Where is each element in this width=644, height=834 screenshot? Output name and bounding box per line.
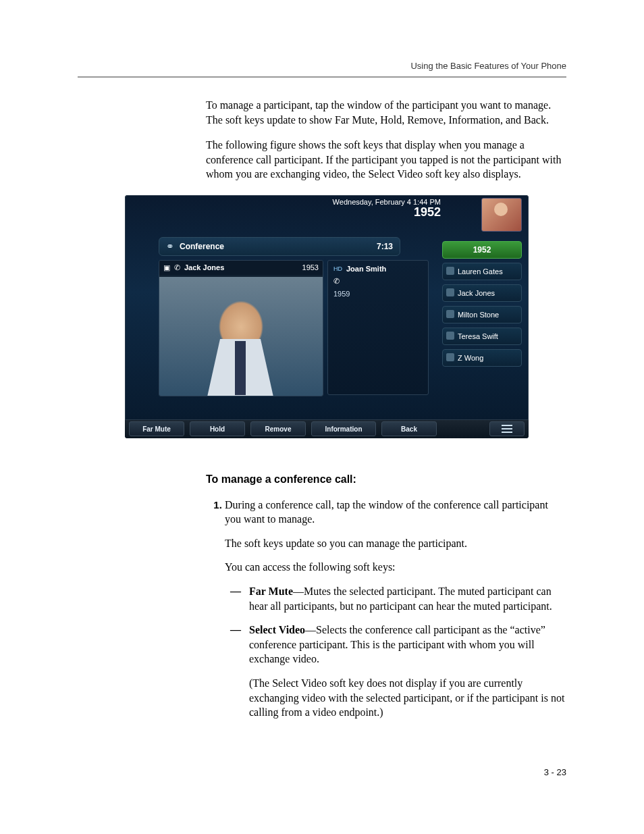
sidebar-contact[interactable]: Teresa Swift — [442, 328, 522, 345]
running-head: Using the Basic Features of Your Phone — [78, 61, 566, 71]
status-bar: Wednesday, February 4 1:44 PM 1952 — [333, 198, 441, 219]
sidebar-contact[interactable]: Jack Jones — [442, 284, 522, 302]
softkey-hold[interactable]: Hold — [190, 421, 245, 436]
status-extension: 1952 — [333, 206, 441, 219]
participant-secondary-panel[interactable]: HD Joan Smith ✆ 1959 — [327, 260, 429, 395]
phone-screenshot-figure: Wednesday, February 4 1:44 PM 1952 ⚭ Con… — [125, 195, 566, 438]
handset-icon: ✆ — [333, 277, 340, 286]
bullet-select-video: Select Video—Selects the conference call… — [230, 623, 566, 720]
participant-secondary-ext: 1959 — [333, 290, 423, 298]
page-number: 3 - 23 — [78, 767, 566, 777]
sidebar-contact[interactable]: Milton Stone — [442, 306, 522, 323]
phone-screen: Wednesday, February 4 1:44 PM 1952 ⚭ Con… — [125, 195, 529, 438]
hd-icon: HD — [333, 265, 342, 272]
bullet-select-video-note: (The Select Video soft key does not disp… — [249, 676, 566, 720]
participant-main-ext: 1953 — [302, 263, 319, 271]
participant-main-image — [159, 277, 323, 396]
participant-secondary-name: Joan Smith — [346, 265, 386, 273]
step-1-text-a: During a conference call, tap the window… — [225, 498, 566, 527]
softkey-remove[interactable]: Remove — [250, 421, 306, 436]
participant-main-video[interactable]: ▣ ✆ Jack Jones 1953 — [159, 260, 323, 396]
step-1-text-c: You can access the following soft keys: — [225, 560, 566, 575]
bullet-far-mute: Far Mute—Mutes the selected participant.… — [230, 584, 566, 613]
procedure-heading: To manage a conference call: — [206, 472, 566, 487]
softkey-back[interactable]: Back — [381, 421, 437, 436]
softkey-menu[interactable] — [489, 421, 525, 436]
sidebar-contact[interactable]: Lauren Gates — [442, 263, 522, 280]
softkey-bar: Far Mute Hold Remove Information Back — [125, 419, 529, 438]
bullet-far-mute-label: Far Mute — [249, 585, 293, 597]
handset-icon: ✆ — [174, 263, 180, 272]
softkey-far-mute[interactable]: Far Mute — [129, 421, 184, 436]
sidebar-active-line[interactable]: 1952 — [442, 241, 522, 259]
bullet-select-video-label: Select Video — [249, 624, 305, 635]
header-rule — [78, 76, 566, 78]
step-1-text-b: The soft keys update so you can manage t… — [225, 536, 566, 551]
softkey-information[interactable]: Information — [311, 421, 376, 436]
sidebar-contact[interactable]: Z Wong — [442, 349, 522, 367]
intro-paragraph-2: The following figure shows the soft keys… — [206, 138, 566, 182]
conference-title: Conference — [180, 242, 224, 251]
conference-icon: ⚭ — [166, 241, 174, 252]
camera-icon: ▣ — [163, 263, 170, 272]
participant-main-name: Jack Jones — [184, 263, 224, 271]
step-1: During a conference call, tap the window… — [225, 498, 566, 720]
self-view-thumbnail — [481, 198, 522, 232]
contacts-sidebar: 1952 Lauren Gates Jack Jones Milton Ston… — [442, 241, 522, 367]
conference-timer: 7:13 — [377, 242, 393, 251]
intro-paragraph-1: To manage a participant, tap the window … — [206, 98, 566, 127]
menu-icon — [502, 425, 512, 433]
conference-bar: ⚭ Conference 7:13 — [159, 237, 400, 256]
bullet-far-mute-text: —Mutes the selected participant. The mut… — [249, 585, 552, 612]
